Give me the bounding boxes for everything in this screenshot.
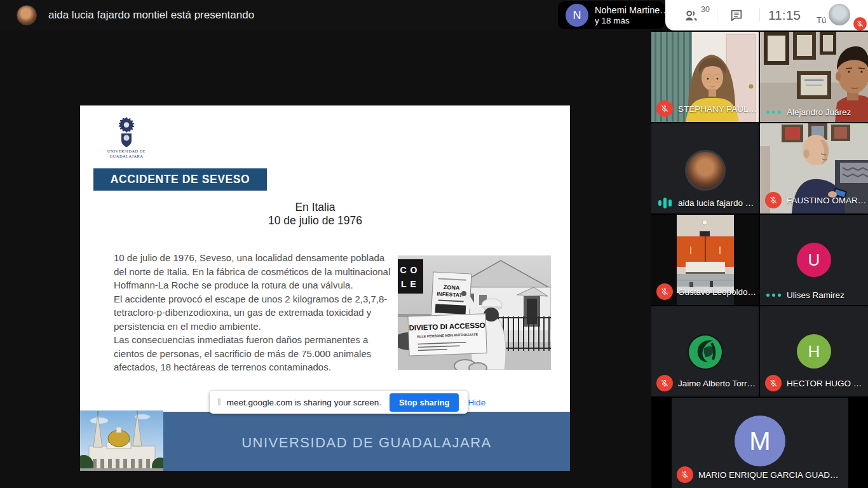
chat-icon[interactable] — [729, 8, 743, 22]
university-logo-text-line1: UNIVERSIDAD DE — [102, 149, 151, 154]
participant-name: Gustavo Leopoldo … — [678, 287, 757, 297]
video-tile-aida[interactable]: aida lucia fajardo … — [651, 123, 759, 214]
participant-name: Jaime Alberto Torr… — [678, 379, 756, 388]
audio-activity-dots-icon — [765, 294, 782, 297]
photo-corner-sign-line1: CO — [400, 265, 421, 275]
muted-mic-icon — [656, 100, 673, 117]
slide: UNIVERSIDAD DE GUADALAJARA ACCIDENTE DE … — [80, 105, 570, 471]
ulises-letter-avatar: U — [797, 243, 831, 277]
muted-mic-icon — [677, 466, 693, 483]
slide-footer-band: UNIVERSIDAD DE GUADALAJARA — [163, 412, 570, 471]
participant-name: HECTOR HUGO UL… — [787, 379, 867, 388]
aida-photo-avatar — [685, 150, 726, 191]
jaime-logo-avatar — [688, 334, 723, 370]
presenter-avatar — [17, 5, 37, 25]
you-label: Tú — [817, 15, 826, 25]
video-tile-alejandro[interactable]: Alejandro Juárez — [760, 32, 868, 122]
audio-activity-dots-icon — [765, 111, 782, 114]
stop-sharing-button[interactable]: Stop sharing — [390, 393, 459, 412]
presenter-status: aida lucia fajardo montiel está presenta… — [17, 0, 254, 30]
muted-mic-icon — [656, 375, 673, 391]
university-logo-text-line2: GUADALAJARA — [102, 154, 151, 159]
self-muted-mic-icon — [853, 17, 867, 30]
video-tile-stephany[interactable]: STEPHANY PAULI… — [651, 32, 759, 122]
participants-pill[interactable]: N Nohemi Martine… y 18 más — [558, 1, 665, 29]
slide-heading-line1: En Italia — [182, 201, 449, 214]
participant-name: MARIO ENRIQUE GARCIA GUADALU… — [698, 470, 843, 480]
video-tile-mario[interactable]: M MARIO ENRIQUE GARCIA GUADALU… — [672, 398, 848, 488]
slide-body-text: 10 de julio de 1976, Seveso, una localid… — [114, 251, 396, 374]
slide-paragraph: El accidente provocó el escape de unos 2… — [114, 292, 396, 334]
meet-screen: { "top_bar": { "presenting_status": "aid… — [0, 0, 868, 488]
participant-name: Alejandro Juárez — [787, 107, 851, 117]
seveso-photo: CO LE ZONA INFESTATA — [398, 255, 551, 370]
photo-corner-sign-line2: LE — [401, 279, 420, 289]
university-logo: UNIVERSIDAD DE GUADALAJARA — [102, 117, 151, 159]
pill-participant-name: Nohemi Martine… — [595, 4, 665, 16]
participants-icon[interactable] — [683, 8, 700, 24]
slide-title-banner: ACCIDENTE DE SEVESO — [93, 168, 267, 191]
participant-name: STEPHANY PAULI… — [678, 104, 757, 114]
cathedral-photo — [80, 410, 163, 471]
meet-toolbar: 30 11:15 Tú — [665, 0, 868, 30]
participant-name: aida lucia fajardo … — [678, 198, 754, 208]
screen-share-banner: ‖ meet.google.com is sharing your screen… — [210, 391, 468, 414]
slide-footer-text: UNIVERSIDAD DE GUADALAJARA — [163, 435, 570, 451]
video-tile-ulises[interactable]: U Ulises Ramirez — [760, 215, 868, 305]
muted-mic-icon — [765, 192, 782, 208]
presentation-stage: UNIVERSIDAD DE GUADALAJARA ACCIDENTE DE … — [0, 30, 651, 488]
mario-letter-avatar: M — [735, 416, 785, 466]
slide-heading: En Italia 10 de julio de 1976 — [182, 201, 449, 227]
slide-paragraph: Las consecuencias inmediatas fueron daño… — [114, 333, 396, 374]
participant-count: 30 — [701, 5, 710, 14]
hide-link[interactable]: Hide — [468, 398, 485, 407]
participant-name: FAUSTINO OMAR … — [787, 196, 867, 205]
video-tile-gustavo[interactable]: Gustavo Leopoldo … — [651, 215, 759, 305]
participant-initial-avatar: N — [566, 4, 588, 27]
university-crest-icon — [114, 117, 139, 149]
muted-mic-icon — [656, 283, 673, 300]
pill-more-count: y 18 más — [595, 16, 665, 27]
speaking-bars-icon — [656, 198, 673, 208]
slide-heading-line2: 10 de julio de 1976 — [182, 214, 449, 227]
video-tile-jaime[interactable]: Jaime Alberto Torr… — [651, 306, 759, 396]
muted-mic-icon — [765, 375, 782, 391]
slide-paragraph: 10 de julio de 1976, Seveso, una localid… — [114, 251, 396, 292]
share-message: meet.google.com is sharing your screen. — [227, 398, 381, 407]
hector-letter-avatar: H — [797, 334, 831, 369]
clock: 11:15 — [768, 8, 801, 23]
toolbar-divider — [759, 8, 760, 22]
toolbar-divider — [717, 8, 717, 22]
presenter-status-text: aida lucia fajardo montiel está presenta… — [48, 9, 254, 22]
drag-handle-icon[interactable]: ‖ — [217, 397, 220, 407]
video-tile-hector[interactable]: H HECTOR HUGO UL… — [760, 306, 868, 396]
photo-sign-top-line1: ZONA — [444, 284, 460, 291]
video-tile-faustino[interactable]: FAUSTINO OMAR … — [760, 123, 868, 214]
self-avatar — [829, 4, 850, 25]
participant-name: Ulises Ramirez — [787, 290, 844, 300]
